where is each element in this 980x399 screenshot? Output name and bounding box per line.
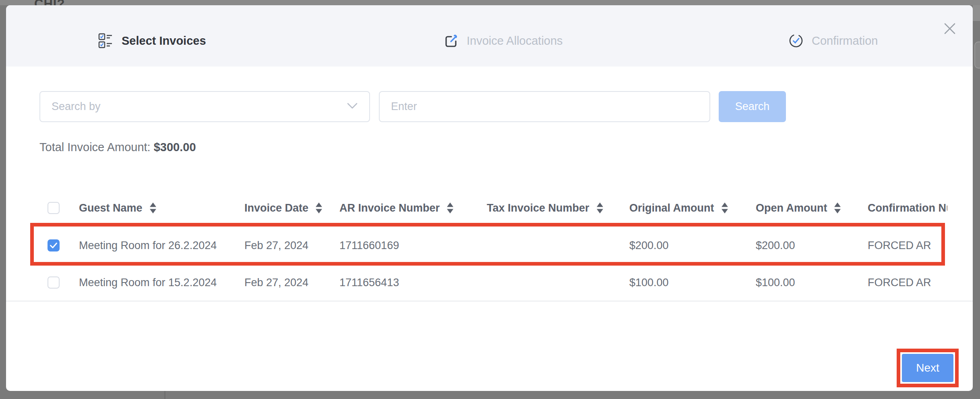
search-by-placeholder: Search by — [52, 100, 347, 113]
backdrop-fragment — [164, 391, 165, 399]
select-all-checkbox[interactable] — [48, 202, 60, 214]
step-label: Confirmation — [812, 34, 878, 48]
cell-confirmation: FORCED AR — [868, 276, 931, 289]
sort-icon[interactable] — [447, 203, 453, 214]
cell-guest-name: Meeting Room for 26.2.2024 — [79, 239, 217, 251]
sort-icon[interactable] — [316, 203, 322, 214]
column-header-original-amount[interactable]: Original Amount — [629, 202, 728, 214]
table-header-row: Guest Name Invoice Date AR Invoice Numbe… — [6, 189, 973, 227]
cell-ar-invoice-number: 1711660169 — [339, 239, 399, 251]
column-header-tax-invoice-number[interactable]: Tax Invoice Number — [487, 202, 603, 214]
check-circle-icon — [788, 33, 804, 48]
select-invoices-modal: Select Invoices Invoice Allocations Conf… — [6, 5, 973, 391]
column-header-open-amount[interactable]: Open Amount — [756, 202, 841, 214]
column-header-guest-name[interactable]: Guest Name — [79, 202, 156, 214]
sort-icon[interactable] — [150, 203, 156, 214]
sort-icon[interactable] — [722, 203, 728, 214]
cell-open-amount: $200.00 — [756, 239, 795, 251]
cell-invoice-date: Feb 27, 2024 — [244, 239, 308, 251]
backdrop-fragment — [973, 5, 980, 21]
column-header-confirmation-number[interactable]: Confirmation Number — [868, 202, 947, 214]
step-select-invoices[interactable]: Select Invoices — [98, 30, 206, 51]
cell-original-amount: $100.00 — [629, 276, 669, 289]
sort-icon[interactable] — [834, 203, 841, 214]
backdrop-fragment — [974, 42, 980, 69]
search-value-input[interactable] — [379, 91, 710, 122]
step-label: Invoice Allocations — [467, 34, 563, 48]
cell-confirmation: FORCED AR — [868, 239, 931, 251]
step-invoice-allocations[interactable]: Invoice Allocations — [443, 30, 563, 51]
chevron-down-icon — [347, 102, 358, 111]
total-invoice-amount: Total Invoice Amount: $300.00 — [39, 141, 196, 154]
column-header-ar-invoice-number[interactable]: AR Invoice Number — [339, 202, 453, 214]
table-row-invoice-1711660169[interactable]: Meeting Room for 26.2.2024 Feb 27, 2024 … — [6, 227, 973, 264]
modal-stepper-header: Select Invoices Invoice Allocations Conf… — [6, 5, 973, 66]
total-invoice-value: $300.00 — [154, 141, 196, 154]
backdrop-overlay-top — [0, 0, 980, 5]
sort-icon[interactable] — [597, 203, 603, 214]
row-checkbox-checked[interactable] — [48, 239, 60, 251]
row-checkbox-unchecked[interactable] — [48, 276, 60, 289]
search-button[interactable]: Search — [719, 91, 786, 122]
table-row-invoice-1711656413[interactable]: Meeting Room for 15.2.2024 Feb 27, 2024 … — [6, 264, 973, 301]
step-confirmation[interactable]: Confirmation — [788, 30, 878, 51]
total-invoice-label: Total Invoice Amount: — [39, 141, 151, 154]
cell-open-amount: $100.00 — [756, 276, 795, 289]
search-by-dropdown[interactable]: Search by — [39, 91, 370, 122]
cell-invoice-date: Feb 27, 2024 — [244, 276, 308, 289]
cell-ar-invoice-number: 1711656413 — [339, 276, 399, 289]
close-icon[interactable] — [943, 22, 956, 35]
step-label: Select Invoices — [122, 34, 206, 48]
checklist-icon — [98, 33, 114, 48]
cell-guest-name: Meeting Room for 15.2.2024 — [79, 276, 217, 289]
column-header-invoice-date[interactable]: Invoice Date — [244, 202, 322, 214]
edit-icon — [443, 33, 459, 48]
cell-original-amount: $200.00 — [629, 239, 669, 251]
next-button[interactable]: Next — [902, 354, 953, 382]
